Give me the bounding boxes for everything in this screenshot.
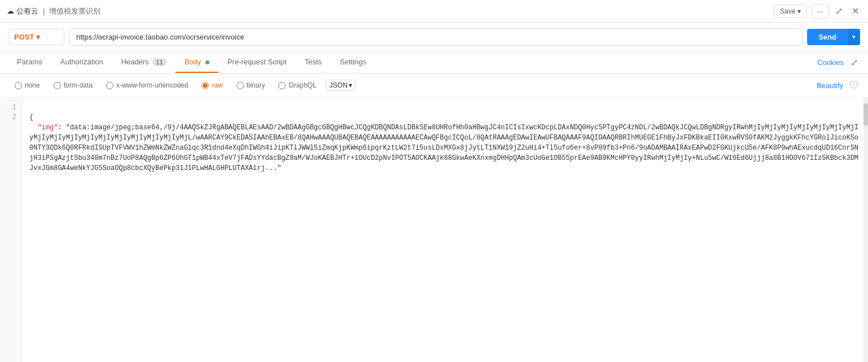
- body-tab-right: Beautify ⓘ: [812, 78, 860, 93]
- body-option-none[interactable]: none: [8, 78, 47, 92]
- method-dropdown-icon: ▾: [36, 33, 40, 41]
- body-option-binary[interactable]: binary: [230, 78, 272, 92]
- save-dropdown-icon: ▾: [797, 7, 801, 15]
- tabs-bar: Params Authorization Headers 11 Body Pre…: [0, 52, 868, 73]
- separator: |: [43, 7, 45, 15]
- expand-panel-icon[interactable]: ⤢: [848, 55, 860, 70]
- tab-headers[interactable]: Headers 11: [112, 52, 176, 73]
- send-button[interactable]: Send: [807, 29, 848, 45]
- scrollbar-y[interactable]: [863, 98, 868, 362]
- logo-text: ☁ 公有云: [7, 6, 38, 16]
- tabs-right: Cookies ⤢: [817, 55, 860, 70]
- tab-settings[interactable]: Settings: [331, 52, 375, 73]
- method-label: POST: [14, 33, 34, 41]
- tab-authorization[interactable]: Authorization: [51, 52, 112, 73]
- send-dropdown-button[interactable]: ▾: [848, 29, 860, 45]
- body-option-graphql[interactable]: GraphQL: [271, 78, 323, 92]
- editor-area: 1 2 { "img": "data:image/jpeg;base64,/9j…: [0, 98, 868, 362]
- info-icon[interactable]: ⓘ: [848, 78, 860, 93]
- line-numbers: 1 2: [0, 98, 23, 362]
- send-group: Send ▾: [807, 29, 860, 45]
- save-button[interactable]: Save ▾: [774, 5, 807, 18]
- expand-button[interactable]: ⤢: [833, 3, 845, 19]
- json-dropdown-icon: ▾: [349, 81, 352, 89]
- top-bar-left: ☁ 公有云 | 增值税发票识别: [7, 6, 100, 16]
- body-option-urlencoded[interactable]: x-www-form-urlencoded: [99, 78, 195, 92]
- close-button[interactable]: ✕: [849, 3, 861, 19]
- beautify-button[interactable]: Beautify: [812, 79, 848, 92]
- code-editor[interactable]: { "img": "data:image/jpeg;base64,/9j/4AA…: [23, 98, 868, 362]
- top-bar: ☁ 公有云 | 增值税发票识别 Save ▾ ··· ⤢ ✕: [0, 0, 868, 23]
- cookies-link[interactable]: Cookies: [817, 58, 844, 67]
- tab-body[interactable]: Body: [176, 52, 218, 73]
- json-type-selector[interactable]: JSON ▾: [326, 80, 356, 91]
- tab-params[interactable]: Params: [8, 52, 51, 73]
- body-option-raw[interactable]: raw: [195, 78, 229, 92]
- body-options-bar: none form-data x-www-form-urlencoded raw…: [0, 73, 868, 98]
- tab-tests[interactable]: Tests: [296, 52, 331, 73]
- request-bar: POST ▾ Send ▾: [0, 23, 868, 52]
- breadcrumb: 增值税发票识别: [49, 6, 100, 16]
- scrollbar-thumb[interactable]: [863, 103, 868, 126]
- body-option-form-data[interactable]: form-data: [47, 78, 99, 92]
- logo-icon: ☁: [7, 7, 14, 15]
- tab-pre-request-script[interactable]: Pre-request Script: [218, 52, 296, 73]
- top-bar-right: Save ▾ ··· ⤢ ✕: [774, 3, 861, 19]
- method-select[interactable]: POST ▾: [8, 29, 64, 45]
- more-button[interactable]: ···: [812, 4, 828, 19]
- url-input[interactable]: [69, 28, 803, 46]
